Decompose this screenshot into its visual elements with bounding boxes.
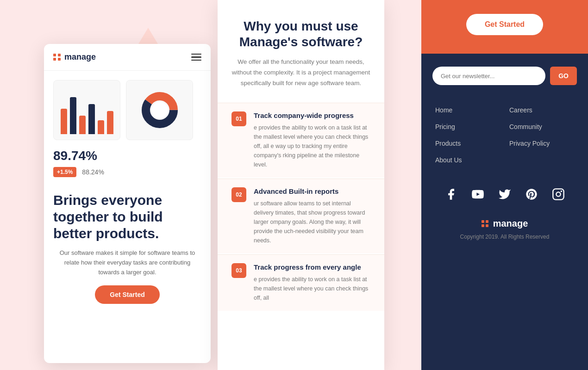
feature-number-1: 01 — [231, 111, 246, 126]
nav-about[interactable]: About Us — [435, 153, 500, 167]
footer-dot-1 — [482, 220, 484, 223]
feature-item-2: 02 Advanced Built-in reports ur software… — [218, 179, 384, 253]
feature-number-2: 02 — [231, 187, 246, 202]
twitter-icon[interactable] — [496, 186, 513, 203]
nav-pricing[interactable]: Pricing — [435, 119, 500, 134]
feature-content-1: Track company-wide progress e provides t… — [254, 111, 370, 169]
bar-1 — [61, 109, 67, 134]
left-mobile-panel: manage 89.74% +1. — [44, 44, 211, 363]
middle-panel: Why you must use Manage's software? We o… — [218, 0, 384, 370]
svg-point-3 — [151, 102, 168, 118]
donut-chart — [126, 80, 193, 140]
feature-title-2: Advanced Built-in reports — [254, 187, 370, 195]
nav-careers[interactable]: Careers — [509, 103, 574, 117]
footer-logo-area: manage — [421, 212, 588, 234]
footer-dot-2 — [486, 220, 488, 223]
footer-logo-dots — [482, 220, 488, 227]
nav-products[interactable]: Products — [435, 136, 500, 151]
stat-badge: +1.5% — [53, 167, 76, 177]
stats-area: 89.74% +1.5% 88.24% — [44, 145, 211, 185]
copyright-text: Copyright 2019. All Rights Reserved — [421, 234, 588, 249]
newsletter-area: GO — [421, 54, 588, 98]
right-top-cta: Get Started — [421, 0, 588, 54]
feature-desc-1: e provides the ability to work on a task… — [254, 123, 370, 169]
bar-2 — [70, 97, 76, 134]
newsletter-input[interactable] — [432, 67, 545, 85]
hero-text-area: Brings everyone together to build better… — [44, 185, 211, 277]
nav-community[interactable]: Community — [509, 119, 574, 134]
middle-title: Why you must use Manage's software? — [231, 18, 370, 49]
svg-point-6 — [556, 192, 560, 196]
charts-area — [44, 71, 211, 145]
hero-subtitle: Our software makes it simple for softwar… — [53, 248, 201, 277]
feature-title-1: Track company-wide progress — [254, 111, 370, 119]
logo-dots — [53, 54, 61, 61]
hamburger-line-3 — [191, 60, 201, 61]
logo-dot-3 — [53, 58, 56, 61]
logo-dot-4 — [58, 58, 61, 61]
feature-content-3: Track progress from every angle e provid… — [254, 263, 370, 302]
youtube-icon[interactable] — [469, 186, 486, 203]
right-panel: Get Started GO Home Careers Pricing Comm… — [421, 0, 588, 370]
footer-dot-4 — [486, 224, 488, 227]
bar-chart — [53, 80, 120, 140]
footer-nav: Home Careers Pricing Community Products … — [421, 98, 588, 177]
instagram-icon[interactable] — [550, 186, 567, 203]
nav-privacy[interactable]: Privacy Policy — [509, 136, 574, 151]
cta-button[interactable]: Get Started — [95, 285, 159, 304]
logo-dot-2 — [58, 54, 61, 56]
social-icons-row — [421, 177, 588, 212]
bar-3 — [79, 116, 86, 134]
bar-6 — [107, 111, 113, 134]
feature-content-2: Advanced Built-in reports ur software al… — [254, 187, 370, 245]
bar-5 — [98, 120, 104, 134]
get-started-button[interactable]: Get Started — [466, 14, 543, 35]
hamburger-menu[interactable] — [191, 54, 201, 61]
nav-home[interactable]: Home — [435, 103, 500, 117]
feature-item-1: 01 Track company-wide progress e provide… — [218, 103, 384, 178]
left-navbar: manage — [44, 44, 211, 71]
pinterest-icon[interactable] — [523, 186, 540, 203]
feature-desc-3: e provides the ability to work on a task… — [254, 275, 370, 302]
stat-big-number: 89.74% — [53, 148, 201, 163]
feature-item-3: 03 Track progress from every angle e pro… — [218, 254, 384, 311]
feature-number-3: 03 — [231, 263, 246, 278]
middle-description: We offer all the functionality your team… — [231, 57, 370, 89]
stat-secondary: 88.24% — [82, 168, 104, 176]
svg-point-7 — [561, 191, 563, 192]
hero-title: Brings everyone together to build better… — [53, 192, 201, 242]
feature-title-3: Track progress from every angle — [254, 263, 370, 271]
go-button[interactable]: GO — [550, 67, 577, 85]
logo: manage — [53, 52, 96, 62]
bar-4 — [88, 104, 95, 134]
logo-dot-1 — [53, 54, 56, 56]
cta-area: Get Started — [44, 277, 211, 304]
logo-text: manage — [64, 52, 96, 62]
feature-desc-2: ur software allow teams to set internal … — [254, 199, 370, 245]
footer-logo-text: manage — [493, 218, 528, 229]
hamburger-line-2 — [191, 56, 201, 58]
middle-hero: Why you must use Manage's software? We o… — [218, 0, 384, 103]
stat-row: +1.5% 88.24% — [53, 167, 201, 177]
hamburger-line-1 — [191, 54, 201, 55]
footer-dot-3 — [482, 224, 484, 227]
svg-rect-5 — [553, 189, 563, 199]
facebook-icon[interactable] — [443, 186, 459, 203]
